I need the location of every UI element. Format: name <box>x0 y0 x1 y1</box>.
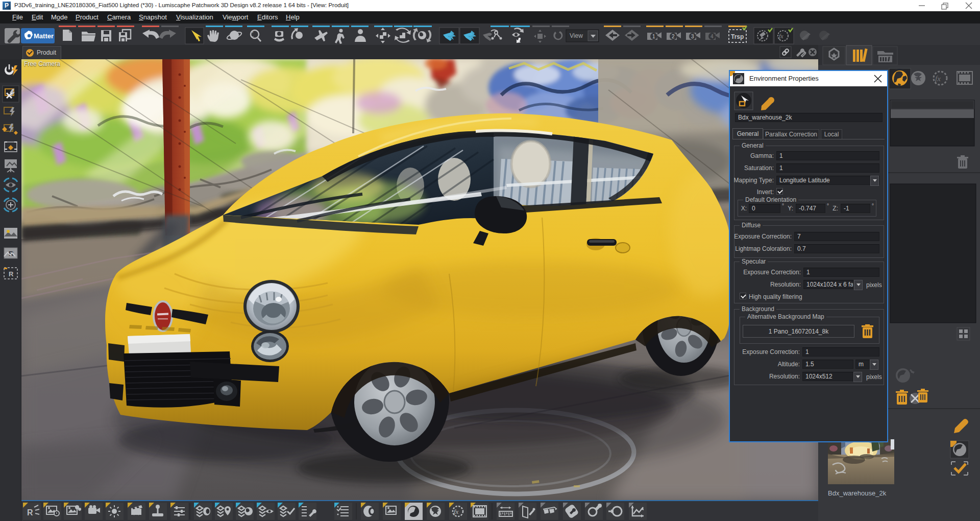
svg-text:fx: fx <box>935 75 941 83</box>
svg-text:-: - <box>252 34 254 39</box>
svg-text:2: 2 <box>672 34 675 39</box>
svg-text:fx: fx <box>779 33 783 40</box>
svg-text:Bdx_warehouse_2k: Bdx_warehouse_2k <box>828 489 887 497</box>
svg-text:R: R <box>27 508 33 517</box>
svg-text:R: R <box>9 270 14 278</box>
svg-text:fx: fx <box>454 508 459 515</box>
svg-text:1: 1 <box>652 34 655 39</box>
svg-text:4: 4 <box>710 34 714 39</box>
svg-text:View: View <box>570 32 583 39</box>
svg-text:Trsp: Trsp <box>731 33 744 40</box>
svg-text:3: 3 <box>691 34 694 39</box>
svg-text:Matter: Matter <box>34 32 54 40</box>
